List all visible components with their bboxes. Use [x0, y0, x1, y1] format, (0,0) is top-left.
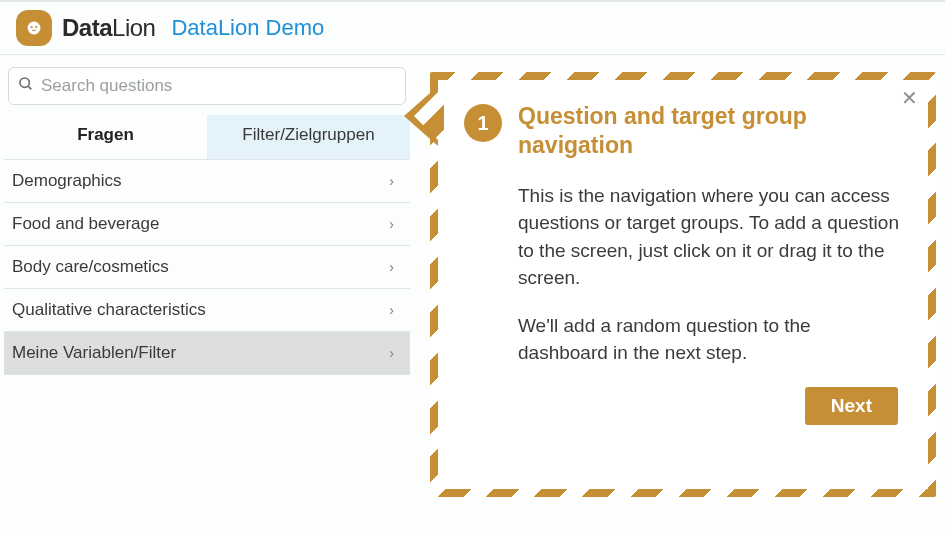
app-header: DataLion DataLion Demo	[0, 0, 945, 55]
svg-line-4	[28, 86, 31, 89]
next-button[interactable]: Next	[805, 387, 898, 425]
tab-filter-zielgruppen[interactable]: Filter/Zielgruppen	[207, 115, 410, 159]
nav-item-meine-variablen[interactable]: Meine Variablen/Filter ›	[4, 332, 410, 375]
brand-logo	[16, 10, 52, 46]
nav-item-label: Meine Variablen/Filter	[12, 343, 176, 363]
svg-point-3	[20, 78, 29, 87]
popover-header: 1 Question and target group navigation	[464, 102, 902, 160]
brand-name: DataLion	[62, 14, 155, 42]
svg-point-1	[31, 26, 33, 28]
nav-item-label: Qualitative characteristics	[12, 300, 206, 320]
popover-title: Question and target group navigation	[518, 102, 902, 160]
popover-paragraph-2: We'll add a random question to the dashb…	[518, 312, 902, 367]
demo-link[interactable]: DataLion Demo	[171, 15, 324, 41]
tab-fragen[interactable]: Fragen	[4, 115, 207, 159]
nav-item-demographics[interactable]: Demographics ›	[4, 159, 410, 203]
nav-item-body-care[interactable]: Body care/cosmetics ›	[4, 246, 410, 289]
step-badge: 1	[464, 104, 502, 142]
search-wrap	[8, 67, 406, 105]
brand-name-light: Lion	[112, 14, 155, 41]
sidebar-tabs: Fragen Filter/Zielgruppen	[4, 115, 410, 159]
tour-popover-inner: ✕ 1 Question and target group navigation…	[438, 80, 928, 489]
popover-paragraph-1: This is the navigation where you can acc…	[518, 182, 902, 292]
sidebar: Fragen Filter/Zielgruppen Demographics ›…	[0, 55, 418, 375]
lion-icon	[20, 14, 48, 42]
search-input[interactable]	[8, 67, 406, 105]
chevron-right-icon: ›	[389, 259, 394, 275]
nav-item-label: Food and beverage	[12, 214, 159, 234]
popover-arrow	[404, 86, 438, 146]
close-icon: ✕	[901, 87, 918, 109]
svg-point-2	[35, 26, 37, 28]
nav-item-qualitative[interactable]: Qualitative characteristics ›	[4, 289, 410, 332]
nav-item-label: Body care/cosmetics	[12, 257, 169, 277]
chevron-right-icon: ›	[389, 345, 394, 361]
svg-point-0	[28, 22, 41, 35]
search-icon	[18, 76, 34, 96]
nav-item-label: Demographics	[12, 171, 122, 191]
chevron-right-icon: ›	[389, 216, 394, 232]
close-button[interactable]: ✕	[901, 86, 918, 110]
chevron-right-icon: ›	[389, 302, 394, 318]
chevron-right-icon: ›	[389, 173, 394, 189]
brand-name-bold: Data	[62, 14, 112, 41]
popover-body: This is the navigation where you can acc…	[518, 182, 902, 367]
question-nav-list: Demographics › Food and beverage › Body …	[4, 159, 410, 375]
tour-popover: ✕ 1 Question and target group navigation…	[430, 72, 936, 497]
nav-item-food-beverage[interactable]: Food and beverage ›	[4, 203, 410, 246]
